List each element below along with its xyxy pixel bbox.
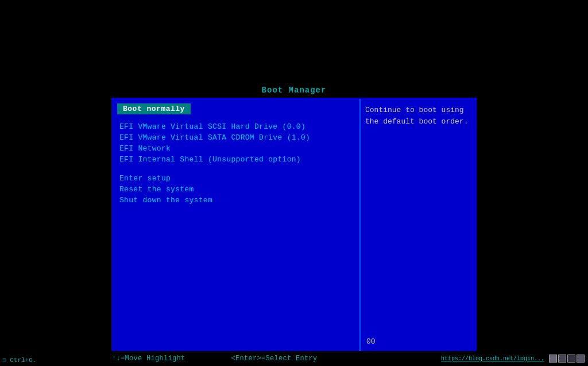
list-item[interactable]: EFI Network xyxy=(117,143,355,154)
taskbar-icon-4 xyxy=(577,355,585,363)
taskbar-link[interactable]: https://blog.csdn.net/login... xyxy=(441,356,544,362)
list-item[interactable]: Enter setup xyxy=(117,173,355,184)
list-item[interactable]: EFI VMware Virtual SCSI Hard Drive (0.0) xyxy=(117,121,355,132)
taskbar-icon-1 xyxy=(549,355,557,363)
taskbar-icons xyxy=(549,355,585,363)
description-line2: the default boot order. xyxy=(365,117,468,126)
separator xyxy=(117,165,355,173)
boot-device-list: EFI VMware Virtual SCSI Hard Drive (0.0)… xyxy=(113,121,359,206)
boot-counter: 00 xyxy=(366,337,376,346)
left-panel: Boot normally EFI VMware Virtual SCSI Ha… xyxy=(113,99,361,352)
main-panel: Boot normally EFI VMware Virtual SCSI Ha… xyxy=(111,98,477,353)
description-line1: Continue to boot using xyxy=(365,106,464,114)
ctrl-g-label: ≡ Ctrl+G. xyxy=(2,357,36,364)
right-panel: Continue to boot using the default boot … xyxy=(361,99,475,352)
list-item[interactable]: Shut down the system xyxy=(117,195,355,206)
list-item[interactable]: EFI VMware Virtual SATA CDROM Drive (1.0… xyxy=(117,132,355,143)
taskbar-icon-3 xyxy=(567,355,575,363)
page-title: Boot Manager xyxy=(262,86,327,95)
bios-screen: Boot Manager Boot normally EFI VMware Vi… xyxy=(0,0,588,366)
hint-move: ↑↓=Move Highlight xyxy=(112,355,185,363)
hint-select: <Enter>=Select Entry xyxy=(231,355,318,363)
list-item[interactable]: EFI Internal Shell (Unsupported option) xyxy=(117,154,355,165)
taskbar-icon-2 xyxy=(558,355,566,363)
title-area: Boot Manager xyxy=(0,0,588,98)
boot-normally-button[interactable]: Boot normally xyxy=(117,103,191,114)
taskbar: https://blog.csdn.net/login... xyxy=(441,351,588,366)
list-item[interactable]: Reset the system xyxy=(117,184,355,195)
